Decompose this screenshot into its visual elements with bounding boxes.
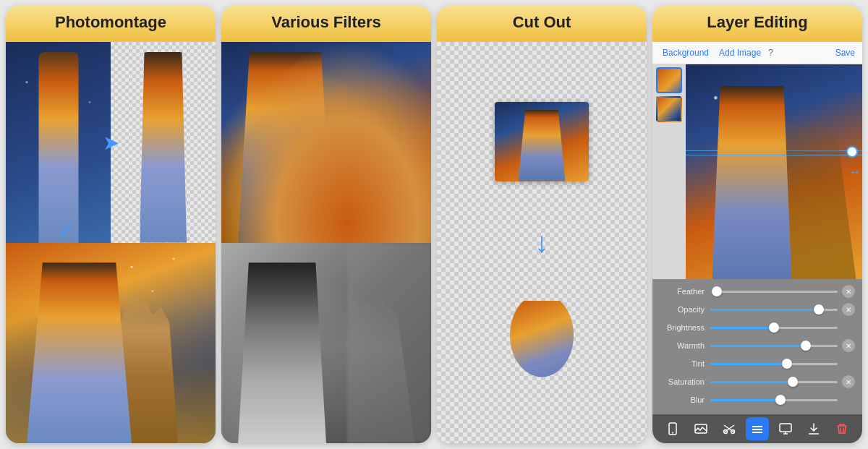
- saturation-reset-btn[interactable]: ✕: [842, 375, 855, 388]
- filters-header: Various Filters: [221, 6, 431, 42]
- cutout-source-box: [495, 56, 589, 226]
- layer-editing-card: Layer Editing Background Add Image ? Sav…: [652, 6, 862, 443]
- scissors-tool-btn[interactable]: [718, 417, 741, 440]
- cutout-header: Cut Out: [437, 6, 647, 42]
- saturation-label: Saturation: [660, 377, 710, 386]
- layer-main: ↔: [652, 64, 862, 279]
- cutout-content: ↓: [437, 42, 647, 443]
- opacity-slider[interactable]: [710, 309, 838, 311]
- photomontage-header: Photomontage: [6, 6, 216, 42]
- tint-label: Tint: [660, 359, 710, 368]
- arrow-down-left-icon: ↙: [59, 219, 73, 239]
- monitor-tool-btn[interactable]: [774, 417, 797, 440]
- background-btn[interactable]: Background: [660, 46, 712, 59]
- filter-grayscale-panel: [221, 243, 431, 444]
- layer-canvas[interactable]: ↔: [686, 64, 862, 279]
- cutout-title: Cut Out: [447, 13, 637, 32]
- feather-label: Feather: [660, 287, 710, 296]
- brightness-label: Brightness: [660, 323, 710, 332]
- filter-color-panel: [221, 42, 431, 243]
- help-btn[interactable]: ?: [768, 48, 773, 58]
- rotate-handle[interactable]: [846, 146, 858, 158]
- layer-bottom-toolbar: [652, 414, 862, 443]
- svg-point-1: [672, 432, 673, 434]
- feather-reset-btn[interactable]: ✕: [842, 285, 855, 298]
- move-handle[interactable]: ↔: [849, 166, 861, 179]
- phone-tool-btn[interactable]: [661, 417, 684, 440]
- blur-slider[interactable]: [710, 399, 838, 401]
- download-tool-btn[interactable]: [802, 417, 825, 440]
- blur-control: Blur: [660, 392, 855, 408]
- filters-title: Various Filters: [231, 13, 421, 32]
- tint-slider[interactable]: [710, 363, 838, 365]
- pm-top-left: [6, 42, 111, 243]
- brightness-control: Brightness: [660, 320, 855, 335]
- svg-rect-10: [780, 424, 791, 432]
- blur-label: Blur: [660, 395, 710, 404]
- saturation-slider[interactable]: [710, 381, 838, 383]
- photomontage-card: Photomontage ➤ ↙: [6, 6, 216, 443]
- warmth-reset-btn[interactable]: ✕: [842, 339, 855, 352]
- layer-thumb-cathedral[interactable]: [656, 96, 682, 122]
- pm-bottom: [6, 243, 216, 444]
- tint-control: Tint: [660, 356, 855, 372]
- layer-editing-header: Layer Editing: [652, 6, 862, 42]
- opacity-label: Opacity: [660, 305, 710, 314]
- layer-controls: Feather ✕ Opacity ✕ Brightness: [652, 279, 862, 414]
- filters-content: [221, 42, 431, 443]
- layer-toolbar: Background Add Image ? Save: [652, 42, 862, 64]
- layers-tool-btn[interactable]: [746, 417, 769, 440]
- save-btn[interactable]: Save: [835, 48, 855, 58]
- photomontage-title: Photomontage: [16, 13, 205, 32]
- cutout-result-box: [509, 259, 574, 429]
- trash-tool-btn[interactable]: [830, 417, 854, 440]
- pm-top-right: [111, 42, 216, 243]
- photomontage-content: ➤ ↙: [6, 42, 216, 443]
- opacity-control: Opacity ✕: [660, 302, 855, 317]
- warmth-slider[interactable]: [710, 345, 838, 347]
- layer-editing-content: Background Add Image ? Save: [652, 42, 862, 443]
- layer-thumbnails: [652, 64, 686, 279]
- cutout-card: Cut Out ↓: [437, 6, 647, 443]
- warmth-control: Warmth ✕: [660, 338, 855, 354]
- add-image-btn[interactable]: Add Image: [716, 46, 764, 59]
- arrow-down-icon: ↓: [535, 226, 549, 259]
- feather-slider[interactable]: [710, 291, 838, 293]
- filters-card: Various Filters: [221, 6, 431, 443]
- layer-thumb-woman[interactable]: [656, 67, 682, 93]
- brightness-slider[interactable]: [710, 327, 838, 329]
- image-tool-btn[interactable]: [689, 417, 712, 440]
- opacity-reset-btn[interactable]: ✕: [842, 303, 855, 316]
- pm-top-row: ➤ ↙: [6, 42, 216, 243]
- saturation-control: Saturation ✕: [660, 374, 855, 390]
- layer-editing-title: Layer Editing: [663, 13, 852, 32]
- warmth-label: Warmth: [660, 341, 710, 350]
- arrow-right-icon: ➤: [103, 130, 119, 154]
- feather-control: Feather ✕: [660, 283, 855, 299]
